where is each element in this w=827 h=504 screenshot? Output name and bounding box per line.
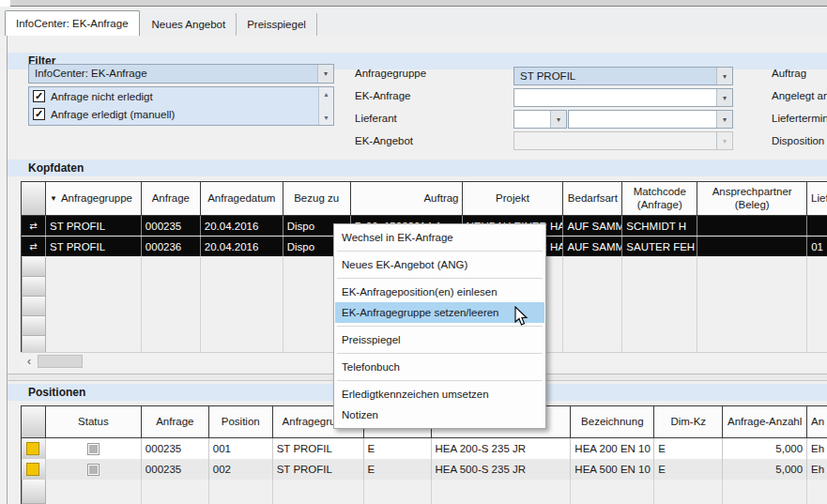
cell-anfragegruppe: ST PROFIL <box>46 216 142 236</box>
cell-anfrage-anzahl: 5,000 <box>723 459 807 480</box>
menu-item-ek-anfragegruppe-setzen-leeren[interactable]: EK-Anfragegruppe setzen/leeren <box>335 302 544 323</box>
sort-desc-icon: ▼ <box>50 194 57 204</box>
tab-neues-angebot[interactable]: Neues Angebot <box>142 13 237 36</box>
filter-option-row[interactable]: ✓ Anfrage erledigt (manuell) <box>29 105 333 123</box>
disposition-label: Disposition <box>772 135 824 146</box>
column-header-bezug-zu[interactable]: Bezug zu <box>283 182 351 215</box>
menu-item-telefonbuch[interactable]: Telefonbuch <box>335 357 544 377</box>
kopfdaten-section-header: Kopfdaten <box>8 160 827 176</box>
menu-item-neues-ek-angebot[interactable]: Neues EK-Angebot (ANG) <box>335 254 544 275</box>
filter-list-scrollbar[interactable]: ▲ ▼ <box>318 87 333 125</box>
menu-separator <box>337 380 543 381</box>
positionen-title: Positionen <box>28 386 85 399</box>
positionen-row[interactable]: 000235 001 ST PROFIL E HEA 200-S 235 JR … <box>22 438 827 459</box>
status-checkbox-icon[interactable] <box>87 464 100 476</box>
kopfdaten-header-row: ▼Anfragegruppe Anfrage Anfragedatum Bezu… <box>22 181 827 216</box>
liefertermin-label: Liefertermin <box>772 113 827 124</box>
cell-bedarfsart: AUF SAMMI <box>563 237 622 256</box>
column-header-lieferant[interactable]: Lief <box>807 182 827 215</box>
menu-item-wechsel-in-ek-anfrage[interactable]: Wechsel in EK-Anfrage <box>335 227 544 248</box>
tab-preisspiegel[interactable]: Preisspiegel <box>237 13 317 36</box>
lieferant-name-field[interactable]: ▾ <box>568 110 733 129</box>
cell-status[interactable] <box>46 459 142 480</box>
menu-item-preisspiegel[interactable]: Preisspiegel <box>335 329 544 350</box>
menu-separator <box>337 278 543 279</box>
empty-row <box>22 480 827 504</box>
chevron-down-icon[interactable]: ▾ <box>716 68 732 84</box>
status-yellow-icon <box>26 442 39 455</box>
column-header-anfragedatum[interactable]: Anfragedatum <box>201 182 283 215</box>
column-header-matchcode[interactable]: Matchcode (Anfrage) <box>622 182 697 215</box>
chevron-down-icon[interactable]: ▾ <box>716 111 732 128</box>
cell-matchcode: SCHMIDT H <box>622 216 697 236</box>
column-header-auftrag[interactable]: Auftrag <box>351 182 463 215</box>
cell-lieferant: 01 <box>807 237 827 256</box>
menu-item-erledigtkennzeichen-umsetzen[interactable]: Erledigtkennzeichen umsetzen <box>335 384 544 405</box>
menu-item-ek-anfrageposition-einlesen[interactable]: EK-Anfrageposition(en) einlesen <box>335 282 544 302</box>
cell-position: 001 <box>209 438 273 459</box>
row-selector[interactable] <box>22 336 46 352</box>
positionen-row[interactable]: 000235 002 ST PROFIL E HEA 500-S 235 JR … <box>22 459 827 480</box>
row-selector[interactable] <box>22 438 46 459</box>
filter-combo-value: InfoCenter: EK-Anfrage <box>29 65 317 83</box>
ek-angebot-field: ▾ <box>513 131 733 150</box>
tab-infocenter-ek-anfrage[interactable]: InfoCenter: EK-Anfrage <box>5 10 140 36</box>
column-header-anfrage[interactable]: Anfrage <box>142 182 201 215</box>
cell-dim-kz: E <box>654 459 723 480</box>
scroll-up-icon[interactable]: ▲ <box>323 87 329 101</box>
window-top-strip <box>0 0 827 7</box>
row-selector-header <box>22 182 46 215</box>
status-checkbox-icon[interactable] <box>87 443 100 455</box>
row-selector[interactable] <box>22 297 46 316</box>
filter-option-label: Anfrage erledigt (manuell) <box>51 109 175 120</box>
row-selector-header <box>22 406 46 437</box>
chevron-down-icon[interactable]: ▾ <box>317 65 333 83</box>
column-header-status[interactable]: Status <box>46 406 142 437</box>
kopfdaten-title: Kopfdaten <box>28 161 84 175</box>
cell-anfrage: 000235 <box>142 216 201 236</box>
cell-anfrage: 000236 <box>142 237 201 256</box>
column-header-bedarfsart[interactable]: Bedarfsart <box>563 182 622 215</box>
row-selector[interactable] <box>22 459 46 480</box>
column-header-anfrage-anzahl[interactable]: Anfrage-Anzahl <box>723 406 807 437</box>
panel-left-border <box>7 36 8 504</box>
chevron-down-icon[interactable]: ▾ <box>716 89 732 106</box>
row-selector[interactable] <box>22 257 46 277</box>
scrollbar-thumb[interactable] <box>38 355 83 368</box>
filter-option-row[interactable]: ✓ Anfrage nicht erledigt <box>29 87 333 105</box>
column-header-position[interactable]: Position <box>209 406 273 437</box>
tab-bar: InfoCenter: EK-Anfrage Neues Angebot Pre… <box>0 8 827 36</box>
row-selector[interactable] <box>22 480 46 504</box>
scroll-down-icon[interactable]: ▼ <box>323 111 329 125</box>
scroll-left-icon[interactable]: ‹ <box>21 353 38 370</box>
auftrag-label: Auftrag <box>772 68 806 79</box>
checkbox-checked-icon[interactable]: ✓ <box>33 108 45 120</box>
ek-anfrage-label: EK-Anfrage <box>355 90 410 101</box>
cell-einheit: Eh <box>807 438 827 459</box>
column-header-projekt[interactable]: Projekt <box>463 182 564 215</box>
filter-combo[interactable]: InfoCenter: EK-Anfrage ▾ <box>28 64 334 84</box>
cell-bezeichnung: HEA 200 EN 10 <box>571 438 654 459</box>
cell-bezeichnung: HEA 500 EN 10 <box>571 459 654 480</box>
column-header-dim-kz[interactable]: Dim-Kz <box>654 406 723 437</box>
lieferant-code-field[interactable]: ▾ <box>513 110 567 129</box>
chevron-down-icon[interactable]: ▾ <box>550 111 566 128</box>
cell-anfragedatum: 20.04.2016 <box>201 237 283 256</box>
checkbox-checked-icon[interactable]: ✓ <box>33 90 45 102</box>
filter-option-row[interactable]: ✓ Mit Angebot <box>29 123 333 126</box>
column-header-anfrage[interactable]: Anfrage <box>142 406 209 437</box>
menu-separator <box>337 326 543 327</box>
anfragegruppe-value: ST PROFIL <box>514 68 716 84</box>
column-header-anfrage-einheit[interactable]: An <box>807 406 827 437</box>
cell-status[interactable] <box>46 438 142 459</box>
row-selector[interactable] <box>22 316 46 336</box>
ek-anfrage-value <box>514 89 716 106</box>
column-header-bezeichnung[interactable]: Bezeichnung <box>571 406 654 437</box>
anfragegruppe-field[interactable]: ST PROFIL ▾ <box>513 67 733 85</box>
row-selector[interactable] <box>22 277 46 297</box>
column-header-ansprechpartner[interactable]: Ansprechpartner (Beleg) <box>697 182 807 215</box>
cell-position: 002 <box>209 459 273 480</box>
menu-item-notizen[interactable]: Notizen <box>335 405 544 425</box>
ek-anfrage-field[interactable]: ▾ <box>513 88 733 107</box>
column-header-anfragegruppe[interactable]: ▼Anfragegruppe <box>46 182 142 215</box>
